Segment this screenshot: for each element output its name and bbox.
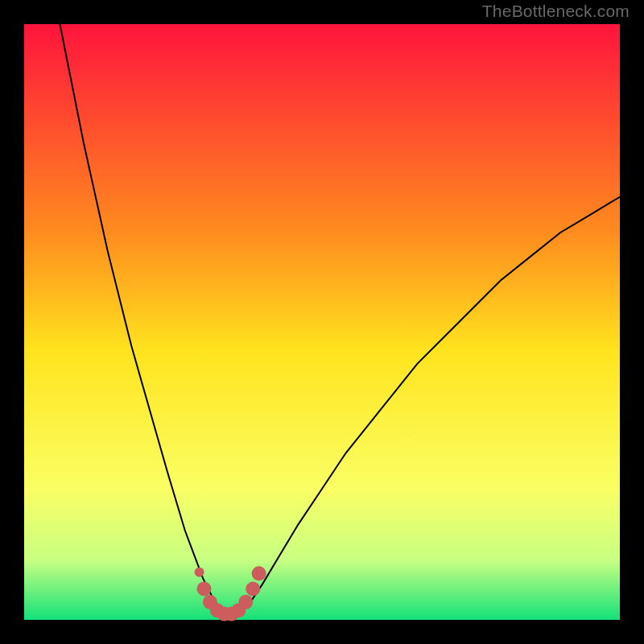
curve-marker (195, 568, 204, 577)
curve-marker (252, 566, 266, 580)
chart-frame: TheBottleneck.com (0, 0, 644, 644)
curve-marker (238, 595, 253, 609)
watermark-text: TheBottleneck.com (482, 2, 630, 21)
plot-background (24, 24, 620, 620)
bottleneck-curve-chart (0, 0, 644, 644)
curve-marker (197, 582, 212, 597)
curve-marker (246, 582, 260, 597)
